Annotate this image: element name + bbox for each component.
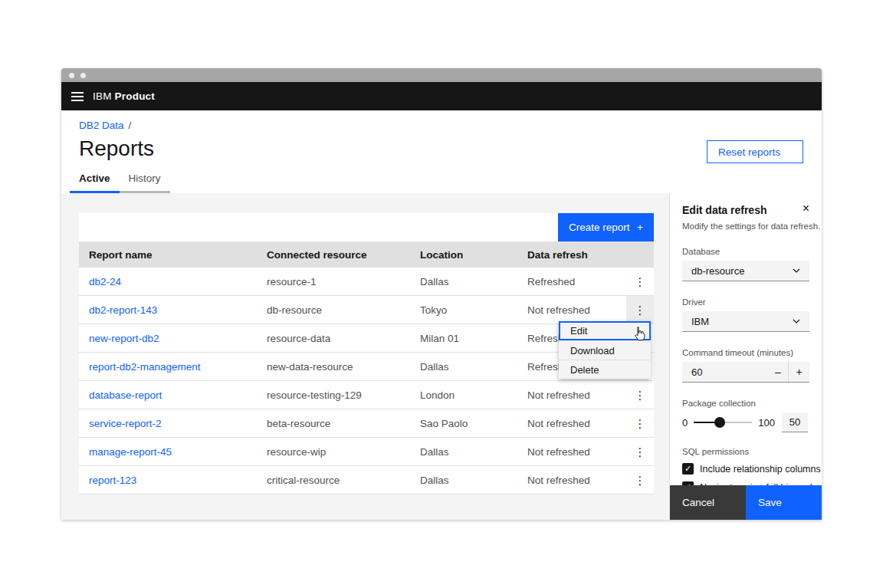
overflow-menu-icon[interactable]: ⋮ [626, 438, 654, 465]
report-link[interactable]: database-report [89, 389, 267, 401]
sql-permissions-label: SQL permissions [682, 447, 809, 456]
app-header: IBMProduct [61, 82, 822, 110]
overflow-menu-icon[interactable]: ⋮ [626, 268, 654, 295]
package-slider: 0 100 [682, 412, 809, 432]
decrement-icon[interactable]: – [768, 362, 789, 382]
timeout-label: Command timeout (minutes) [682, 348, 809, 357]
table-toolbar: Create report + [79, 213, 654, 241]
hamburger-menu-icon[interactable] [63, 82, 91, 110]
report-link[interactable]: new-report-db2 [89, 333, 267, 344]
page-header: DB2 Data/ Reports Reset reports Active H… [61, 110, 822, 193]
menu-item-download[interactable]: Download [559, 340, 651, 360]
plus-icon: + [637, 222, 643, 233]
increment-icon[interactable]: + [789, 362, 809, 382]
timeout-group: Command timeout (minutes) 60 – + [682, 348, 809, 383]
overflow-menu-icon[interactable]: ⋮ [626, 381, 654, 409]
report-link[interactable]: service-report-2 [89, 418, 267, 429]
table-row: report-123 critical-resource Dallas Not … [79, 466, 654, 494]
brand-prefix: IBM [93, 90, 112, 102]
column-header: Report name [89, 249, 267, 261]
driver-group: Driver IBM [682, 297, 809, 332]
table-row: database-report resource-testing-129 Lon… [79, 381, 654, 409]
overflow-menu-icon[interactable]: ⋮ [626, 466, 654, 494]
chevron-down-icon [793, 268, 800, 273]
column-header: Location [420, 249, 527, 261]
driver-label: Driver [682, 297, 809, 307]
tab-bar: Active History [70, 166, 170, 193]
report-link[interactable]: manage-report-45 [89, 446, 267, 458]
report-link[interactable]: db2-report-143 [89, 304, 267, 316]
slider-max-label: 100 [758, 417, 775, 429]
cancel-button[interactable]: Cancel [670, 485, 746, 520]
slider-track[interactable] [694, 422, 752, 423]
edit-data-refresh-panel: Edit data refresh × Modify the settings … [669, 193, 822, 520]
brand: IBMProduct [93, 90, 155, 102]
slider-value-input[interactable] [782, 412, 808, 432]
table-row: service-report-2 beta-resource Sao Paolo… [79, 409, 654, 438]
brand-name: Product [115, 90, 155, 102]
tab-active[interactable]: Active [70, 166, 120, 193]
app-window: IBMProduct DB2 Data/ Reports Reset repor… [61, 68, 822, 520]
main-content: Create report + Report name Connected re… [61, 193, 669, 520]
close-icon[interactable]: × [803, 203, 809, 214]
tab-history[interactable]: History [120, 166, 170, 193]
menu-item-delete[interactable]: Delete [559, 360, 651, 379]
panel-subtitle: Modify the settings for data refresh. [682, 222, 809, 231]
panel-footer: Cancel Save [670, 485, 822, 520]
browser-titlebar [61, 68, 822, 82]
overflow-menu-icon-open[interactable]: ⋮ [626, 296, 654, 324]
table-header-row: Report name Connected resource Location … [79, 241, 654, 268]
window-dot [69, 73, 74, 78]
package-collection-group: Package collection 0 100 [682, 399, 809, 432]
report-link[interactable]: report-db2-management [89, 361, 267, 373]
breadcrumb: DB2 Data/ [79, 120, 131, 131]
database-label: Database [682, 247, 809, 256]
overflow-menu-icon[interactable]: ⋮ [626, 409, 654, 437]
chevron-down-icon [793, 319, 800, 324]
report-link[interactable]: report-123 [89, 475, 267, 486]
menu-item-edit[interactable]: Edit [559, 321, 651, 340]
save-button[interactable]: Save [746, 485, 822, 520]
database-group: Database db-resource [682, 247, 809, 281]
page-title: Reports [79, 136, 154, 161]
timeout-number-input[interactable]: 60 – + [682, 362, 809, 383]
report-link[interactable]: db2-24 [89, 276, 267, 287]
column-header: Data refresh [527, 249, 626, 261]
checkbox-checked-icon[interactable]: ✓ [682, 463, 694, 475]
slider-min-label: 0 [682, 417, 688, 429]
overflow-context-menu: Edit Download Delete [559, 321, 651, 379]
driver-dropdown[interactable]: IBM [682, 311, 809, 332]
column-header: Connected resource [267, 249, 420, 261]
table-row: db2-24 resource-1 Dallas Refreshed ⋮ [79, 268, 654, 296]
window-dot [80, 73, 86, 78]
create-report-button[interactable]: Create report + [558, 213, 654, 241]
reset-reports-button[interactable]: Reset reports [707, 140, 803, 163]
package-collection-label: Package collection [682, 399, 809, 408]
page-body: Create report + Report name Connected re… [61, 193, 822, 520]
breadcrumb-link[interactable]: DB2 Data [79, 120, 124, 131]
table-row: manage-report-45 resource-wip Dallas Not… [79, 438, 654, 466]
slider-handle[interactable] [714, 417, 725, 428]
database-dropdown[interactable]: db-resource [682, 261, 809, 281]
panel-title: Edit data refresh [682, 204, 766, 216]
checkbox-include-relationship-columns[interactable]: ✓ Include relationship columns [682, 463, 809, 475]
breadcrumb-separator: / [129, 120, 132, 131]
table-row: db2-report-143 db-resource Tokyo Not ref… [79, 296, 654, 324]
timeout-value: 60 [691, 366, 702, 378]
